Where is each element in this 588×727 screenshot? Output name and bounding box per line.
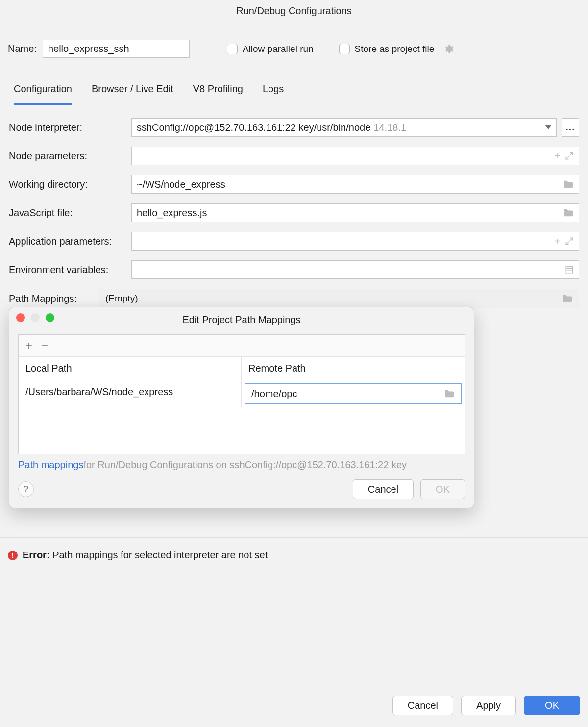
node-parameters-label: Node parameters: [9,150,131,162]
expand-icon[interactable] [565,151,574,160]
error-message: Path mappings for selected interpreter a… [50,550,270,560]
ok-button[interactable]: OK [524,696,580,715]
path-mappings-table: + − Local Path Remote Path /Users/barbar… [18,334,465,454]
name-row: Name: Allow parallel run Store as projec… [0,24,588,58]
environment-variables-label: Environment variables: [9,264,131,276]
remote-path-value: /home/opc [251,388,297,400]
name-label: Name: [8,43,37,54]
folder-icon[interactable] [563,180,574,189]
apply-button[interactable]: Apply [461,696,516,715]
javascript-file-value: hello_express.js [137,207,207,219]
allow-parallel-label: Allow parallel run [243,44,314,54]
store-project-label: Store as project file [355,44,435,54]
plus-icon[interactable]: + [554,151,560,161]
checkbox-icon [339,44,350,54]
dialog-cancel-button[interactable]: Cancel [353,479,414,499]
path-mappings-label: Path Mappings: [9,293,99,304]
error-bar: ! Error: Path mappings for selected inte… [0,537,588,561]
dialog-title: Edit Project Path Mappings [182,314,300,325]
tab-logs[interactable]: Logs [263,83,284,105]
path-mappings-note: Path mappingsfor Run/Debug Configuration… [9,454,474,471]
working-directory-value: ~/WS/node_express [137,179,225,190]
path-mappings-link[interactable]: Path mappings [18,459,83,470]
tab-v8-profiling[interactable]: V8 Profiling [193,83,243,105]
dialog-titlebar: Edit Project Path Mappings [9,307,474,334]
node-interpreter-version: 14.18.1 [373,122,406,133]
folder-icon[interactable] [444,389,455,398]
window-title: Run/Debug Configurations [0,0,588,24]
tab-bar: Configuration Browser / Live Edit V8 Pro… [0,58,588,105]
application-parameters-input[interactable]: + [131,232,579,251]
name-input[interactable] [43,40,190,58]
remote-path-input[interactable]: /home/opc [245,383,462,404]
dialog-button-bar: Cancel Apply OK [0,696,588,715]
path-mappings-field[interactable]: (Empty) [99,289,579,308]
close-icon[interactable] [16,313,25,322]
edit-path-mappings-dialog: Edit Project Path Mappings + − Local Pat… [9,307,474,508]
application-parameters-label: Application parameters: [9,236,131,247]
list-icon[interactable] [565,265,574,274]
expand-icon[interactable] [565,237,574,246]
help-button[interactable]: ? [18,481,34,497]
node-interpreter-browse-button[interactable]: ... [562,118,579,137]
javascript-file-label: JavaScript file: [9,207,131,219]
column-remote-path: Remote Path [242,357,465,380]
folder-icon[interactable] [562,294,573,303]
allow-parallel-run-checkbox[interactable]: Allow parallel run [227,44,314,54]
dialog-ok-button[interactable]: OK [420,479,465,499]
error-prefix: Error: [23,550,50,560]
svg-rect-0 [566,266,573,273]
cancel-button[interactable]: Cancel [392,696,453,715]
error-icon: ! [8,551,18,560]
folder-icon[interactable] [563,208,574,217]
working-directory-input[interactable]: ~/WS/node_express [131,175,579,194]
environment-variables-input[interactable] [131,260,579,279]
path-mappings-value: (Empty) [105,293,138,304]
table-row[interactable]: /Users/barbara/WS/node_express /home/opc [19,380,465,407]
node-interpreter-dropdown[interactable]: sshConfig://opc@152.70.163.161:22 key/us… [131,118,557,137]
node-parameters-input[interactable]: + [131,147,579,165]
add-row-button[interactable]: + [25,339,32,352]
window-controls [16,313,54,322]
node-interpreter-label: Node interpreter: [9,122,131,133]
config-form: Node interpreter: sshConfig://opc@152.70… [0,105,588,308]
local-path-cell[interactable]: /Users/barbara/WS/node_express [19,380,242,407]
working-directory-label: Working directory: [9,179,131,190]
zoom-icon[interactable] [46,313,54,322]
gear-icon[interactable] [443,44,454,54]
tab-configuration[interactable]: Configuration [14,83,72,105]
minimize-icon [31,313,40,322]
tab-browser-live-edit[interactable]: Browser / Live Edit [92,83,173,105]
column-local-path: Local Path [19,357,242,380]
checkbox-icon [227,44,238,54]
javascript-file-input[interactable]: hello_express.js [131,203,579,222]
node-interpreter-value: sshConfig://opc@152.70.163.161:22 key/us… [137,122,370,133]
plus-icon[interactable]: + [554,236,560,246]
chevron-down-icon [545,125,551,129]
remove-row-button[interactable]: − [41,339,48,352]
store-as-project-file-checkbox[interactable]: Store as project file [339,44,435,54]
